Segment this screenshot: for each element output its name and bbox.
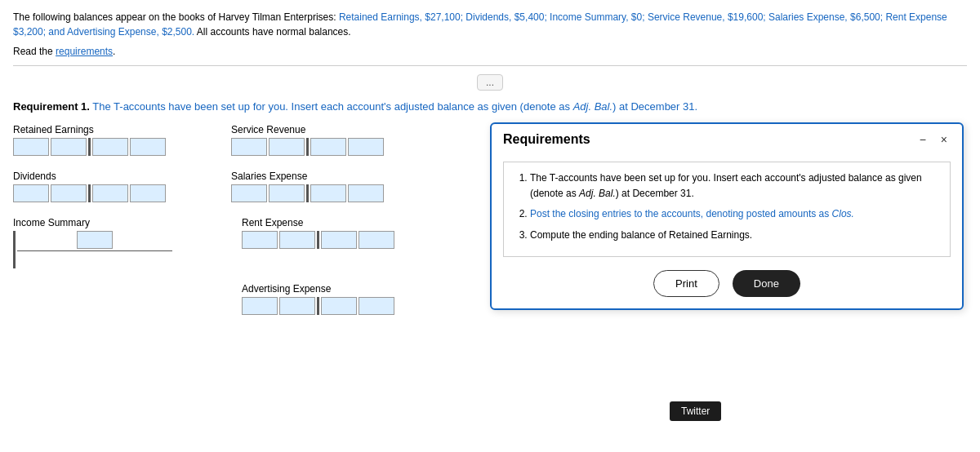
- modal-close-button[interactable]: ×: [938, 133, 951, 146]
- sal-center-bar: [306, 184, 309, 202]
- requirement-label: Requirement 1. The T-accounts have been …: [13, 100, 967, 113]
- div-center-bar: [88, 184, 91, 202]
- sr-input-3[interactable]: [310, 138, 346, 156]
- section-divider: [13, 65, 967, 66]
- advertising-expense-account: Advertising Expense: [242, 283, 394, 315]
- rent-expense-account: Rent Expense: [242, 217, 394, 249]
- dividends-account: Dividends: [13, 171, 166, 202]
- expand-button[interactable]: ...: [477, 74, 503, 91]
- is-input-1[interactable]: [77, 231, 113, 249]
- re-input-3[interactable]: [92, 138, 128, 156]
- retained-earnings-account: Retained Earnings: [13, 124, 166, 156]
- adv-input-3[interactable]: [321, 297, 357, 315]
- re-input-2[interactable]: [51, 138, 87, 156]
- adv-input-1[interactable]: [242, 297, 278, 315]
- sr-input-1[interactable]: [231, 138, 267, 156]
- modal-req-2: Post the closing entries to the accounts…: [530, 206, 938, 222]
- intro-text: The following balances appear on the boo…: [13, 10, 967, 39]
- rent-center-bar: [317, 231, 319, 249]
- service-revenue-label: Service Revenue: [231, 124, 305, 135]
- adv-input-4[interactable]: [359, 297, 394, 315]
- modal-header: Requirements − ×: [492, 124, 962, 153]
- read-line: Read the requirements.: [13, 46, 967, 57]
- div-input-4[interactable]: [130, 184, 166, 202]
- modal-minimize-button[interactable]: −: [916, 133, 929, 146]
- rent-input-2[interactable]: [279, 231, 315, 249]
- modal-req-1: The T-accounts have been set up for you.…: [530, 171, 938, 202]
- is-horiz-line: [17, 250, 172, 251]
- requirements-modal: Requirements − × The T-accounts have bee…: [490, 122, 964, 310]
- sr-center-bar: [306, 138, 309, 156]
- expand-section: ...: [13, 74, 967, 91]
- dividends-label: Dividends: [13, 171, 56, 182]
- rent-input-3[interactable]: [321, 231, 357, 249]
- sr-input-2[interactable]: [269, 138, 305, 156]
- twitter-button[interactable]: Twitter: [670, 401, 721, 421]
- income-summary-label: Income Summary: [13, 217, 90, 228]
- advertising-expense-label: Advertising Expense: [242, 283, 331, 295]
- retained-earnings-label: Retained Earnings: [13, 124, 94, 135]
- div-input-3[interactable]: [92, 184, 128, 202]
- div-input-1[interactable]: [13, 184, 49, 202]
- rent-input-1[interactable]: [242, 231, 278, 249]
- modal-title: Requirements: [503, 132, 590, 147]
- modal-body: The T-accounts have been set up for you.…: [492, 153, 962, 308]
- print-button[interactable]: Print: [653, 270, 719, 297]
- salaries-expense-account: Salaries Expense: [231, 171, 384, 202]
- modal-controls: − ×: [916, 133, 951, 146]
- requirements-link[interactable]: requirements: [56, 46, 113, 57]
- re-input-1[interactable]: [13, 138, 49, 156]
- twitter-button-container: Twitter: [670, 401, 721, 421]
- adv-input-2[interactable]: [279, 297, 315, 315]
- service-revenue-account: Service Revenue: [231, 124, 384, 156]
- sal-input-3[interactable]: [310, 184, 346, 202]
- income-summary-account: Income Summary: [13, 217, 176, 268]
- re-center-bar: [88, 138, 91, 156]
- salaries-expense-label: Salaries Expense: [231, 171, 307, 182]
- done-button[interactable]: Done: [733, 270, 800, 297]
- div-input-2[interactable]: [51, 184, 87, 202]
- adv-center-bar: [317, 297, 319, 315]
- rent-input-4[interactable]: [359, 231, 394, 249]
- sr-input-4[interactable]: [348, 138, 384, 156]
- re-input-4[interactable]: [130, 138, 166, 156]
- modal-footer: Print Done: [503, 270, 951, 297]
- sal-input-1[interactable]: [231, 184, 267, 202]
- sal-input-2[interactable]: [269, 184, 305, 202]
- is-vert-bar: [13, 231, 16, 268]
- rent-expense-label: Rent Expense: [242, 217, 303, 228]
- sal-input-4[interactable]: [348, 184, 384, 202]
- modal-requirements-box: The T-accounts have been set up for you.…: [503, 162, 951, 257]
- modal-req-3: Compute the ending balance of Retained E…: [530, 228, 938, 243]
